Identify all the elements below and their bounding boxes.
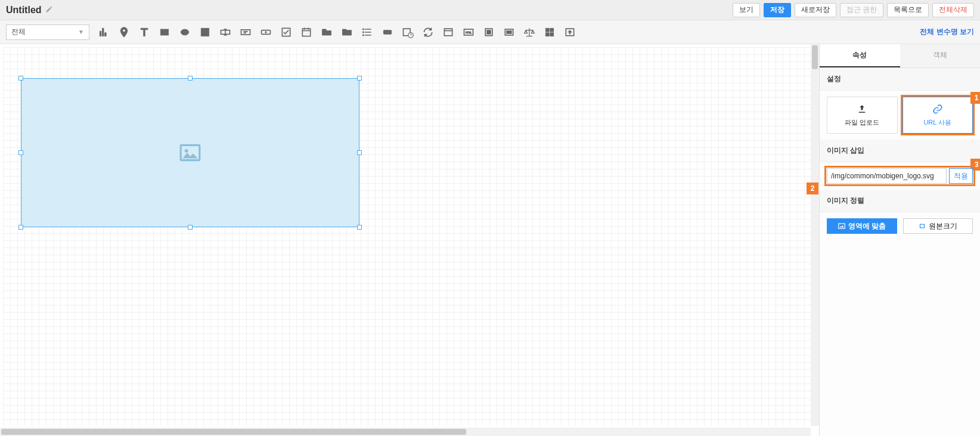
apply-button[interactable]: 적용: [949, 168, 973, 184]
input-icon[interactable]: [219, 26, 231, 38]
bar-chart-icon[interactable]: [98, 26, 110, 38]
html-icon[interactable]: HTML: [463, 26, 475, 38]
tile-file-upload[interactable]: 파일 업로드: [827, 97, 898, 134]
svg-rect-30: [920, 224, 925, 228]
svg-rect-23: [550, 28, 554, 32]
scope-dropdown[interactable]: 전체 ▼: [6, 24, 89, 40]
canvas-wrap: [0, 44, 819, 436]
access-button: 접근 권한: [840, 3, 883, 17]
tag-icon[interactable]: TAG: [382, 26, 393, 38]
resize-handle[interactable]: [188, 225, 193, 230]
button-icon[interactable]: [260, 26, 272, 38]
fit-icon: [838, 222, 846, 230]
vertical-scrollbar[interactable]: [811, 44, 819, 426]
calendar-clock-icon[interactable]: [402, 26, 414, 38]
chevron-down-icon: ▼: [78, 29, 84, 35]
textbox-icon[interactable]: [240, 26, 252, 38]
svg-rect-15: [444, 29, 452, 36]
align-original-button[interactable]: 원본크기: [903, 218, 973, 234]
panel-tabs: 속성 객체: [820, 44, 980, 68]
callout-1: 1: [970, 92, 980, 104]
svg-point-10: [362, 34, 364, 35]
resize-handle[interactable]: [357, 76, 362, 81]
window-icon[interactable]: [442, 26, 454, 38]
svg-rect-22: [545, 28, 549, 32]
svg-rect-7: [302, 29, 310, 36]
tab-properties[interactable]: 속성: [820, 44, 900, 67]
section-align: 이미지 정렬: [820, 190, 980, 212]
map-pin-icon[interactable]: [118, 26, 130, 38]
svg-point-8: [362, 28, 364, 29]
main-area: 속성 객체 1 2 3 설정 파일 업로드 URL 사용 이미지 삽입: [0, 44, 980, 436]
align-label: 영역에 맞춤: [848, 221, 886, 231]
balance-icon[interactable]: [523, 26, 535, 38]
pencil-icon[interactable]: [45, 5, 53, 15]
toolbar: 전체 ▼ TAG HTML 전체 변수명 보기: [0, 20, 980, 44]
resize-handle[interactable]: [18, 76, 23, 81]
delete-all-button[interactable]: 전체삭제: [932, 3, 974, 17]
svg-rect-29: [839, 224, 845, 228]
datepicker-icon[interactable]: [300, 26, 312, 38]
svg-rect-24: [545, 32, 549, 36]
svg-point-5: [265, 31, 267, 33]
show-variables-link[interactable]: 전체 변수명 보기: [920, 27, 974, 37]
iframe-icon[interactable]: [503, 26, 515, 38]
save-as-button[interactable]: 새로저장: [795, 3, 836, 17]
resize-handle[interactable]: [18, 150, 23, 155]
svg-point-1: [181, 29, 188, 35]
svg-rect-19: [487, 30, 491, 34]
grid-icon[interactable]: [544, 26, 556, 38]
header-buttons: 보기 저장 새로저장 접근 권한 목록으로 전체삭제: [733, 3, 974, 17]
url-row: 적용: [820, 162, 980, 190]
link-icon: [932, 104, 943, 115]
list-icon[interactable]: [361, 26, 373, 38]
rectangle-icon[interactable]: [159, 26, 170, 38]
align-label: 원본크기: [929, 221, 957, 231]
resize-handle[interactable]: [357, 225, 362, 230]
view-button[interactable]: 보기: [733, 3, 760, 17]
horizontal-scrollbar[interactable]: [0, 428, 811, 436]
save-button[interactable]: 저장: [764, 3, 791, 17]
tab-objects[interactable]: 객체: [900, 44, 981, 67]
properties-panel: 속성 객체 1 2 3 설정 파일 업로드 URL 사용 이미지 삽입: [819, 44, 980, 436]
title-wrap: Untitled: [6, 5, 53, 16]
tile-label: 파일 업로드: [845, 118, 879, 127]
callout-2: 2: [807, 183, 818, 194]
resize-handle[interactable]: [357, 150, 362, 155]
resize-handle[interactable]: [18, 225, 23, 230]
text-icon[interactable]: [138, 26, 150, 38]
svg-rect-3: [241, 29, 250, 34]
upload-icon: [857, 104, 867, 115]
image-placeholder-icon: [176, 141, 204, 164]
frame-icon[interactable]: [483, 26, 495, 38]
section-settings: 설정: [820, 68, 980, 91]
selected-image-element[interactable]: [21, 78, 359, 227]
image-url-input[interactable]: [827, 168, 947, 184]
section-insert: 이미지 삽입: [820, 140, 980, 162]
dropdown-label: 전체: [11, 27, 26, 37]
align-row: 영역에 맞춤 원본크기: [820, 212, 980, 240]
svg-point-28: [185, 149, 188, 153]
folder-icon[interactable]: [341, 26, 353, 38]
refresh-icon[interactable]: [422, 26, 434, 38]
svg-text:HTML: HTML: [466, 31, 472, 33]
panel-body: 1 2 3 설정 파일 업로드 URL 사용 이미지 삽입 적용 이미: [820, 68, 980, 240]
list-button[interactable]: 목록으로: [887, 3, 929, 17]
svg-rect-0: [160, 29, 168, 35]
tile-url[interactable]: URL 사용: [903, 97, 973, 134]
tabs-icon[interactable]: [321, 26, 333, 38]
ellipse-icon[interactable]: [179, 26, 191, 38]
upload-icon[interactable]: [564, 26, 576, 38]
resize-handle[interactable]: [188, 76, 193, 81]
checkbox-icon[interactable]: [280, 26, 292, 38]
toolbar-left: 전체 ▼ TAG HTML: [6, 24, 576, 40]
svg-text:TAG: TAG: [385, 30, 390, 33]
align-fit-button[interactable]: 영역에 맞춤: [827, 218, 897, 234]
original-icon: [918, 222, 926, 230]
tile-label: URL 사용: [923, 118, 951, 127]
svg-rect-25: [550, 32, 554, 36]
svg-point-9: [362, 31, 364, 32]
canvas[interactable]: [3, 47, 819, 426]
header-bar: Untitled 보기 저장 새로저장 접근 권한 목록으로 전체삭제: [0, 0, 980, 20]
image-icon[interactable]: [199, 26, 211, 38]
